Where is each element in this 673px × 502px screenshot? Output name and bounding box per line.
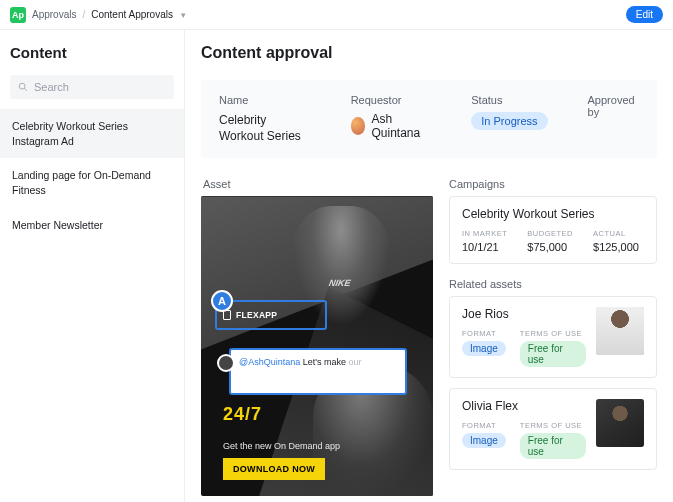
main-panel: Content approval Name Celebrity Workout … — [185, 30, 673, 502]
mention[interactable]: @AshQuintana — [239, 357, 300, 367]
search-placeholder: Search — [34, 81, 69, 93]
terms-label: TERMS OF USE — [520, 329, 586, 338]
campaign-inmarket-label: IN MARKET — [462, 229, 507, 238]
comment-input[interactable]: @AshQuintana Let's make our — [229, 348, 407, 395]
sidebar: Content Search Celebrity Workout Series … — [0, 30, 185, 502]
requestor[interactable]: Ash Quintana — [351, 112, 432, 140]
search-icon — [18, 82, 28, 92]
campaign-budgeted-label: BUDGETED — [527, 229, 573, 238]
crumb-separator: / — [82, 9, 85, 20]
campaign-card[interactable]: Celebrity Workout Series IN MARKET 10/1/… — [449, 196, 657, 264]
campaign-actual-value: $125,000 — [593, 241, 639, 253]
comment-typed: Let's make — [300, 357, 348, 367]
sidebar-item[interactable]: Member Newsletter — [0, 208, 184, 243]
format-label: FORMAT — [462, 421, 506, 430]
format-pill: Image — [462, 433, 506, 448]
asset-cta-button: DOWNLOAD NOW — [223, 458, 325, 480]
terms-label: TERMS OF USE — [520, 421, 586, 430]
top-bar: Ap Approvals / Content Approvals ▾ Edit — [0, 0, 673, 30]
campaign-budgeted-value: $75,000 — [527, 241, 573, 253]
comment-text: @AshQuintana Let's make our — [239, 356, 361, 369]
search-input[interactable]: Search — [10, 75, 174, 99]
svg-line-1 — [24, 88, 27, 91]
avatar — [217, 354, 235, 372]
campaigns-label: Campaigns — [449, 178, 657, 190]
page-title: Content approval — [201, 44, 657, 62]
app-badge: Ap — [10, 7, 26, 23]
asset-section-label: Asset — [201, 178, 433, 190]
asset-preview[interactable]: NIKE 24/7 Get the new On Demand app DOWN… — [201, 196, 433, 496]
info-status-label: Status — [471, 94, 547, 106]
chevron-down-icon[interactable]: ▾ — [181, 10, 186, 20]
svg-point-0 — [19, 83, 25, 89]
campaign-actual-label: ACTUAL — [593, 229, 639, 238]
format-label: FORMAT — [462, 329, 506, 338]
requestor-name: Ash Quintana — [371, 112, 431, 140]
info-name-value: Celebrity Workout Series — [219, 112, 311, 144]
related-asset-card[interactable]: Joe Rios FORMAT Image TERMS OF USE Free … — [449, 296, 657, 378]
info-requestor-label: Requestor — [351, 94, 432, 106]
related-asset-name: Joe Rios — [462, 307, 586, 321]
info-panel: Name Celebrity Workout Series Requestor … — [201, 80, 657, 158]
sidebar-item[interactable]: Celebrity Workout Series Instagram Ad — [0, 109, 184, 158]
status-badge: In Progress — [471, 112, 547, 130]
layer-icon — [223, 310, 231, 320]
info-name-label: Name — [219, 94, 311, 106]
related-asset-name: Olivia Flex — [462, 399, 586, 413]
related-asset-card[interactable]: Olivia Flex FORMAT Image TERMS OF USE Fr… — [449, 388, 657, 470]
terms-pill: Free for use — [520, 341, 586, 367]
format-pill: Image — [462, 341, 506, 356]
edit-button[interactable]: Edit — [626, 6, 663, 23]
crumb-current[interactable]: Content Approvals — [91, 9, 173, 20]
campaign-inmarket-value: 10/1/21 — [462, 241, 507, 253]
comment-suggestion: our — [348, 357, 361, 367]
related-asset-thumbnail — [596, 399, 644, 447]
avatar — [351, 117, 366, 135]
annotation-label: FLEXAPP — [236, 310, 277, 320]
sidebar-item[interactable]: Landing page for On-Demand Fitness — [0, 158, 184, 207]
info-approvedby-label: Approved by — [588, 94, 639, 118]
sidebar-title: Content — [0, 44, 184, 75]
side-column: Campaigns Celebrity Workout Series IN MA… — [449, 178, 657, 496]
crumb-root[interactable]: Approvals — [32, 9, 76, 20]
breadcrumb: Ap Approvals / Content Approvals ▾ — [10, 7, 186, 23]
related-label: Related assets — [449, 278, 657, 290]
brand-mark: NIKE — [328, 278, 351, 288]
campaign-title: Celebrity Workout Series — [462, 207, 644, 221]
asset-section: Asset NIKE 24/7 Get the new On Demand ap… — [201, 178, 433, 496]
asset-headline: 24/7 — [223, 404, 262, 425]
asset-tagline: Get the new On Demand app — [223, 441, 340, 451]
related-asset-thumbnail — [596, 307, 644, 355]
terms-pill: Free for use — [520, 433, 586, 459]
